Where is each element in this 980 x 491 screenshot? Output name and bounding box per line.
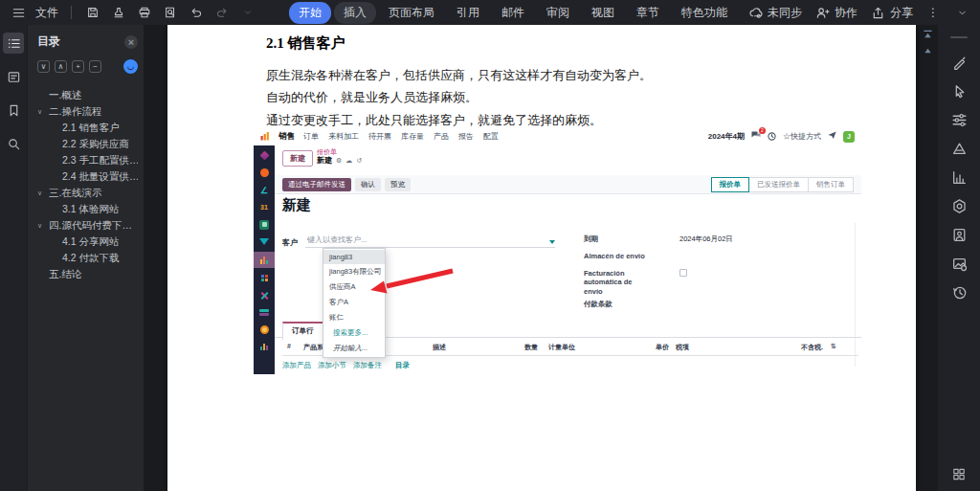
hamburger-menu-icon[interactable] — [10, 4, 27, 21]
odoo-menu-item[interactable]: 待开票 — [368, 131, 391, 142]
sliders-settings-icon[interactable] — [951, 112, 968, 128]
apps-grid-icon[interactable] — [952, 467, 967, 481]
portrait-image-icon[interactable] — [951, 227, 968, 243]
chevron-down-icon[interactable]: ∨ — [37, 185, 49, 201]
dropdown-option[interactable]: 账仁 — [323, 310, 385, 325]
toc-item[interactable]: 一.概述 — [37, 87, 138, 103]
add-product-link[interactable]: 添加产品 — [282, 361, 311, 370]
breadcrumb-parent[interactable]: 报价单 — [317, 147, 362, 156]
odoo-menu-item[interactable]: 订单 — [303, 131, 319, 142]
toc-item[interactable]: 3.1 体验网站 — [37, 201, 138, 217]
image-settings-icon[interactable] — [951, 256, 968, 272]
tab-features[interactable]: 特色功能 — [672, 2, 737, 24]
odoo-app-icon[interactable]: ∠ — [256, 183, 272, 197]
odoo-app-icon[interactable] — [256, 234, 272, 249]
redo-icon[interactable] — [213, 4, 231, 21]
toc-item[interactable]: 2.3 手工配置供… — [37, 152, 138, 168]
odoo-user-avatar[interactable]: J — [843, 131, 855, 143]
odoo-app-icon[interactable] — [256, 166, 272, 180]
odoo-app-icon[interactable] — [256, 340, 272, 354]
sort-icon[interactable]: ⇅ — [831, 343, 836, 350]
odoo-menu-item[interactable]: 报告 — [458, 131, 474, 142]
odoo-app-icon-active[interactable] — [254, 252, 275, 268]
tab-mail[interactable]: 邮件 — [492, 2, 534, 24]
step-quotation[interactable]: 报价单 — [711, 177, 750, 192]
discard-icon[interactable]: ↺ — [356, 156, 362, 165]
toc-item[interactable]: 五.结论 — [37, 266, 138, 282]
tab-page-layout[interactable]: 页面布局 — [379, 2, 444, 24]
toc-item[interactable]: 4.1 分享网站 — [37, 234, 138, 250]
document-page[interactable]: 2.1 销售客户 原生混杂各种潜在客户，包括供应商，只有这这样才有自动变为客户。… — [167, 25, 916, 491]
sync-status[interactable]: 未同步 — [746, 4, 802, 21]
odoo-activity-clock-icon[interactable] — [768, 132, 776, 141]
odoo-menu-item[interactable]: 产品 — [434, 131, 449, 142]
gear-icon[interactable]: ⚙ — [336, 156, 342, 165]
toc-item[interactable]: 2.2 采购供应商 — [37, 136, 138, 152]
cloud-save-icon[interactable]: ☁ — [345, 156, 352, 165]
more-options-icon[interactable]: ⋮ — [924, 4, 942, 21]
toc-item[interactable]: ∨二.操作流程 — [37, 103, 138, 120]
odoo-menu-item[interactable]: 来料加工 — [328, 131, 359, 142]
auto-invoice-checkbox[interactable] — [679, 269, 687, 277]
search-panel-icon[interactable] — [3, 133, 24, 154]
collab-button[interactable]: 协作 — [813, 4, 858, 21]
send-by-email-button[interactable]: 通过电子邮件发送 — [282, 178, 351, 191]
save-icon[interactable] — [84, 4, 101, 21]
tab-insert[interactable]: 插入 — [334, 2, 376, 24]
tab-order-lines[interactable]: 订单行 — [282, 322, 323, 340]
toc-panel-icon[interactable] — [3, 33, 24, 54]
comments-panel-icon[interactable] — [3, 66, 24, 87]
tab-start[interactable]: 开始 — [289, 2, 331, 24]
toc-item[interactable]: ∨三.在线演示 — [37, 185, 138, 201]
share-button[interactable]: 分享 — [869, 4, 913, 21]
odoo-app-icon[interactable]: 31 — [256, 200, 272, 214]
odoo-menu-item[interactable]: 库存量 — [401, 131, 424, 142]
odoo-app-icon[interactable] — [256, 217, 272, 232]
odoo-menu-item[interactable]: 配置 — [483, 131, 499, 142]
start-typing-option[interactable]: 开始输入... — [323, 341, 385, 356]
odoo-app-icon[interactable] — [256, 288, 272, 302]
odoo-shortcut-button[interactable]: ☆快捷方式 — [783, 131, 821, 142]
customer-input[interactable]: 键入以查找客户... — [305, 234, 555, 248]
step-quotation-sent[interactable]: 已发送报价单 — [748, 177, 809, 192]
add-note-link[interactable]: 添加备注 — [353, 361, 382, 370]
ai-assistant-icon[interactable]: ◡ — [123, 59, 138, 74]
print-preview-icon[interactable] — [162, 4, 179, 21]
odoo-send-icon[interactable] — [828, 131, 836, 142]
dropdown-option[interactable]: 客户A — [323, 295, 385, 310]
bookmark-panel-icon[interactable] — [3, 100, 24, 121]
toc-item[interactable]: 2.4 批量设置供… — [37, 168, 138, 185]
zoom-in-icon[interactable]: + — [72, 60, 84, 73]
toc-item[interactable]: 4.2 付款下载 — [37, 250, 138, 266]
undo-icon[interactable] — [188, 4, 205, 21]
scroll-up-icon[interactable] — [923, 47, 933, 56]
expand-all-icon[interactable]: ∨ — [37, 60, 50, 73]
odoo-app-icon[interactable] — [256, 305, 272, 320]
toc-item[interactable]: 2.1 销售客户 — [37, 120, 138, 136]
bar-chart-icon[interactable] — [951, 169, 968, 186]
odoo-app-icon[interactable] — [256, 271, 272, 285]
tab-chapter[interactable]: 章节 — [627, 2, 669, 24]
stamp-icon[interactable] — [110, 4, 127, 21]
odoo-period-label[interactable]: 2024年4期 — [708, 131, 745, 142]
dropdown-option[interactable]: jiang83有限公司 — [323, 264, 385, 279]
field-value[interactable]: 2024年06月02日 — [679, 234, 733, 244]
odoo-app-icon[interactable] — [256, 323, 272, 337]
odoo-messages-button[interactable]: 2 — [751, 131, 761, 142]
chevron-down-icon[interactable]: ∨ — [37, 217, 49, 234]
tab-review[interactable]: 审阅 — [537, 2, 579, 24]
pyramid-icon[interactable] — [951, 141, 968, 157]
scroll-to-top-icon[interactable] — [923, 30, 933, 40]
file-menu[interactable]: 文件 — [35, 5, 58, 21]
tab-references[interactable]: 引用 — [447, 2, 489, 24]
history-clock-icon[interactable] — [951, 284, 968, 301]
print-icon[interactable] — [136, 4, 153, 21]
odoo-new-button[interactable]: 新建 — [282, 150, 313, 167]
hexagon-badge-icon[interactable] — [951, 198, 968, 214]
add-section-link[interactable]: 添加小节 — [318, 361, 346, 370]
chevron-down-icon[interactable]: ∨ — [37, 103, 49, 120]
close-icon[interactable]: × — [124, 35, 138, 49]
toc-item[interactable]: ∨四.源代码付费下… — [37, 217, 138, 234]
dropdown-option[interactable]: jiang83 — [323, 250, 385, 264]
tab-view[interactable]: 视图 — [582, 2, 624, 24]
